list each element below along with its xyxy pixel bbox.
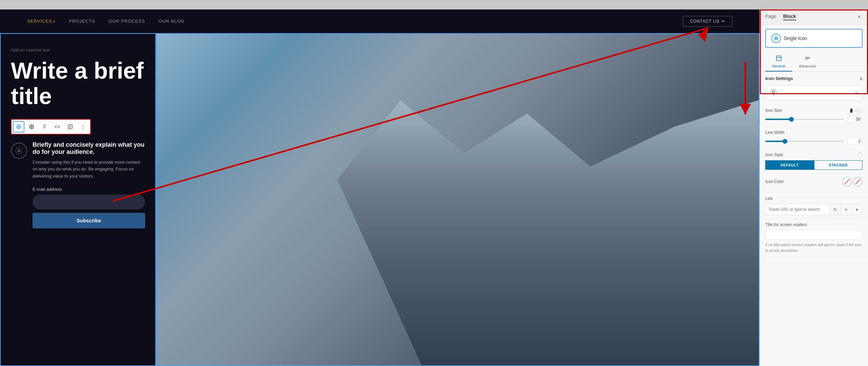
screen-reader-title-input[interactable]	[765, 230, 863, 240]
nav-links: SERVICES PROJECTS OUR PROCESS OUR BLOG	[27, 19, 184, 24]
editor-canvas: SERVICES PROJECTS OUR PROCESS OUR BLOG C…	[0, 9, 760, 366]
toolbar-btn-more[interactable]: ⋮	[77, 121, 89, 133]
icon-selector[interactable]: ∨	[765, 85, 863, 100]
sub-tab-advanced[interactable]: Advanced	[792, 52, 822, 72]
content-heading: Briefly and concisely explain what you d…	[33, 141, 145, 156]
icon-style-default-button[interactable]: DEFAULT	[765, 160, 814, 170]
tab-page[interactable]: Page	[765, 14, 776, 20]
icon-size-icons: 📱 □ ⛶	[849, 108, 863, 113]
general-tab-label: General	[772, 64, 785, 68]
block-panel-header: Page Block ×	[760, 9, 868, 25]
line-width-slider-track[interactable]	[765, 141, 844, 142]
link-label-row: Link	[765, 196, 863, 201]
icon-size-slider-track[interactable]	[765, 119, 844, 120]
line-width-control: Line Width 2	[760, 127, 868, 149]
main-area: SERVICES PROJECTS OUR PROCESS OUR BLOG C…	[0, 9, 868, 366]
link-label: Link	[765, 196, 773, 201]
tab-block[interactable]: Block	[783, 14, 796, 20]
edit-pencil-icon: ✏	[722, 19, 725, 24]
line-width-label-row: Line Width	[765, 130, 863, 135]
icon-selector-chevron: ∨	[855, 90, 858, 95]
icon-color-swatch-1[interactable]	[842, 177, 852, 186]
toolbar-btn-edit[interactable]	[64, 121, 76, 133]
icon-style-label-row: Icon Style	[765, 152, 863, 158]
top-bar	[0, 0, 868, 9]
block-icon-circle	[11, 143, 27, 159]
icon-settings-header[interactable]: Icon Settings ∧	[765, 76, 863, 81]
email-label: E-mail address	[33, 187, 145, 192]
nav-link-services[interactable]: SERVICES	[27, 19, 55, 24]
icon-size-value-input[interactable]: 50	[847, 116, 863, 123]
content-section: Add an overline text Write a brief title	[0, 33, 760, 366]
single-icon-preview	[771, 34, 781, 43]
link-input[interactable]	[766, 205, 830, 214]
svg-point-12	[774, 37, 778, 40]
left-panel: Add an overline text Write a brief title	[0, 33, 156, 366]
icon-color-swatch-2[interactable]	[853, 177, 863, 186]
screen-reader-title-label-row: Title for screen readers	[765, 222, 863, 227]
icon-color-label: Icon Color	[765, 179, 784, 184]
single-icon-label: Single Icon	[784, 36, 807, 41]
mountain-image	[157, 34, 759, 365]
icon-size-label: Icon Size	[765, 108, 782, 113]
svg-point-7	[18, 150, 20, 152]
svg-rect-14	[776, 56, 781, 61]
sub-tab-general[interactable]: General	[765, 52, 792, 72]
nav-bar: SERVICES PROJECTS OUR PROCESS OUR BLOG C…	[0, 9, 760, 33]
toolbar-btn-code[interactable]: <>	[52, 121, 63, 133]
advanced-tab-label: Advanced	[799, 64, 815, 68]
toolbar-btn-icon-2[interactable]	[26, 121, 37, 133]
block-toolbar: ⠿ <> ⋮	[11, 119, 91, 135]
mountain-shape	[157, 34, 759, 365]
nav-link-projects[interactable]: PROJECTS	[69, 19, 95, 24]
line-width-label: Line Width	[765, 130, 785, 135]
main-title: Write a brief title	[11, 58, 145, 109]
icon-style-buttons: DEFAULT STACKED	[765, 160, 863, 170]
svg-point-1	[18, 126, 19, 127]
line-width-slider-thumb[interactable]	[783, 139, 787, 144]
icon-color-control: Icon Color	[760, 174, 868, 193]
icon-settings-section: Icon Settings ∧ ∨	[760, 72, 868, 105]
icon-settings-chevron: ∧	[860, 76, 863, 81]
icon-size-label-row: Icon Size 📱 □ ⛶	[765, 108, 863, 113]
block-panel: Page Block × Single Icon	[760, 9, 868, 366]
screen-reader-title-control: Title for screen readers If no title add…	[760, 219, 868, 257]
email-input[interactable]	[33, 195, 145, 209]
svg-point-13	[775, 38, 777, 39]
contact-button[interactable]: CONTACT US ✏	[683, 16, 732, 27]
single-icon-badge: Single Icon	[765, 29, 863, 48]
subscribe-button[interactable]: Subscribe	[33, 213, 145, 228]
icon-content-row: Briefly and concisely explain what you d…	[11, 141, 145, 228]
nav-link-our-process[interactable]: OUR PROCESS	[109, 19, 145, 24]
icon-size-device-icon[interactable]: 📱	[849, 108, 854, 113]
text-content: Briefly and concisely explain what you d…	[33, 141, 145, 228]
link-bookmark-button[interactable]: ≡	[841, 204, 851, 215]
content-paragraph: Consider using this if you need to provi…	[33, 159, 145, 180]
icon-style-label: Icon Style	[765, 152, 783, 157]
link-input-row: ↻ ≡ ▾	[765, 204, 863, 215]
icon-style-stacked-button[interactable]: STACKED	[814, 160, 863, 170]
icon-settings-title: Icon Settings	[765, 76, 793, 81]
icon-size-reset-icon[interactable]: □	[855, 108, 857, 113]
link-control: Link ↻ ≡ ▾	[760, 193, 868, 219]
icon-color-label-row: Icon Color	[765, 177, 863, 186]
icon-size-slider-row: 50	[765, 116, 863, 123]
sub-tabs: General Advanced	[760, 52, 868, 72]
toolbar-btn-icon-select[interactable]	[13, 121, 24, 133]
icon-size-link-icon[interactable]: ⛶	[859, 108, 863, 113]
line-width-value-input[interactable]: 2	[847, 138, 863, 145]
close-panel-button[interactable]: ×	[856, 14, 863, 20]
advanced-tab-icon	[804, 55, 810, 63]
icon-size-slider-thumb[interactable]	[789, 117, 794, 122]
nav-link-our-blog[interactable]: OUR BLOG	[159, 19, 185, 24]
toolbar-btn-grid[interactable]: ⠿	[39, 121, 50, 133]
icon-style-radio[interactable]	[857, 152, 863, 158]
link-dropdown-button[interactable]: ▾	[851, 204, 862, 215]
link-refresh-button[interactable]: ↻	[830, 204, 841, 215]
general-tab-icon	[776, 55, 782, 63]
svg-point-16	[772, 91, 774, 93]
icon-size-slider-fill	[765, 119, 791, 120]
gear-icon	[770, 88, 777, 97]
svg-point-2	[29, 125, 34, 129]
svg-point-3	[31, 126, 32, 127]
